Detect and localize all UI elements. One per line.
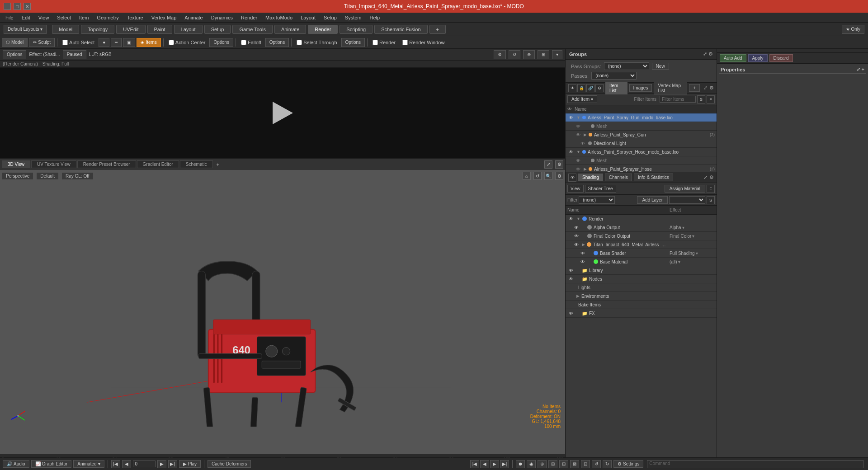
timeline-icon5[interactable]: ⊟ [559,460,568,468]
filter-items-input[interactable] [660,96,696,103]
tab-channels[interactable]: Channels [605,174,632,181]
tab-add[interactable]: + [429,25,446,34]
add-item-btn[interactable]: Add Item ▾ [567,95,597,103]
tab-uvedit[interactable]: UVEdit [116,25,145,34]
item-row[interactable]: 👁 Mesh [566,122,717,131]
select-through-toggle[interactable]: Select Through [294,39,340,46]
go-end-btn[interactable]: ▶| [168,460,177,468]
menu-edit[interactable]: Edit [18,14,34,21]
item-row[interactable]: 👁 ▶ Airless_Paint_Spray_Gun (2) [566,131,717,139]
shading-expand-icon[interactable]: ⤢ [703,174,708,180]
sculpt-btn[interactable]: ✏ Sculpt [29,38,55,47]
timeline-icon7[interactable]: ⊡ [581,460,590,468]
shading-row[interactable]: 👁 Base Shader Full Shading ▾ [566,249,717,258]
verts-btn[interactable]: ● [99,38,109,47]
options2-btn[interactable]: Options [265,38,289,47]
animated-btn[interactable]: Animated ▾ [73,460,104,468]
render-window-toggle[interactable]: Render Window [400,39,447,46]
groups-expand-icon[interactable]: ⤢ [703,51,707,57]
menu-help[interactable]: Help [366,14,383,21]
perspective-dropdown[interactable]: Perspective [2,172,33,180]
add-layer-select[interactable] [669,196,705,204]
shading-row[interactable]: 👁 ▼ Render [566,215,717,223]
item-expand-arrow[interactable]: ▶ [584,132,587,137]
frame-input[interactable]: 0 [133,461,156,467]
timeline-icon6[interactable]: ⊠ [570,460,579,468]
minimize-btn[interactable]: — [4,3,11,10]
play-btn[interactable]: ▶ Play [179,460,201,468]
item-list-settings-icon[interactable]: ⚙ [595,84,604,92]
item-list-lock-icon[interactable]: 🔒 [577,84,585,92]
item-eye-icon[interactable]: 👁 [575,166,581,172]
render-options-btn[interactable]: Options [3,50,26,59]
shading-row[interactable]: 👁 📁 Library [566,266,717,275]
item-eye-icon[interactable]: 👁 [568,149,574,155]
tab-schematic-fusion[interactable]: Schematic Fusion [374,25,427,34]
prev-frame-btn[interactable]: ◀ [122,460,131,468]
edges-btn[interactable]: ━ [111,38,122,47]
passes-select[interactable]: (none) [591,72,637,80]
tab-layout[interactable]: Layout [174,25,203,34]
item-list-link-icon[interactable]: 🔗 [586,84,594,92]
item-eye-icon[interactable]: 👁 [575,157,581,164]
render-checkbox[interactable] [373,40,378,45]
timeline-icon9[interactable]: ↻ [603,460,612,468]
tab-topology[interactable]: Topology [81,25,114,34]
graph-editor-btn[interactable]: 📈 Graph Editor [31,460,72,468]
timeline-next-btn[interactable]: ▶ [490,460,499,468]
tab-scripting[interactable]: Scripting [340,25,373,34]
tab-gradient-editor[interactable]: Gradient Editor [137,160,179,168]
shading-dropdown[interactable]: Default [36,172,59,180]
shading-eye-icon[interactable]: 👁 [568,174,576,182]
viewport-settings-icon[interactable]: ⚙ [555,160,563,169]
shading-row[interactable]: 👁 Base Material (all) ▾ [566,258,717,266]
add-view-tab[interactable]: + [214,161,222,168]
pass-groups-select[interactable]: (none) [604,62,649,70]
menu-file[interactable]: File [2,14,17,21]
item-row[interactable]: 👁 ▼ Airless_Paint_Spray_Gun_modo_base.lx… [566,113,717,122]
settings-btn[interactable]: ⚙ Settings [613,460,643,468]
shading-eye[interactable]: 👁 [573,233,580,239]
properties-expand-icon[interactable]: ⤢ [856,66,860,72]
render-fit-icon[interactable]: ⊞ [538,50,549,59]
tab-game-tools[interactable]: Game Tools [232,25,273,34]
item-row[interactable]: 👁 ▼ Airless_Paint_Sprayer_Hose_modo_base… [566,148,717,156]
tab-setup[interactable]: Setup [204,25,231,34]
maximize-btn[interactable]: □ [14,3,21,10]
only-btn[interactable]: ★ Only [842,25,864,34]
audio-btn[interactable]: 🔊 Audio [3,460,29,468]
menu-render[interactable]: Render [237,14,261,21]
layout-dropdown[interactable]: Default Layouts ▾ [4,25,47,34]
tab-vertex-map-list[interactable]: Vertex Map List [654,82,687,94]
vp-icon-refresh[interactable]: ↺ [533,172,542,180]
apply-btn[interactable]: Apply [748,54,768,62]
shading-menu-icon[interactable]: ⚙ [709,174,714,180]
item-eye-icon[interactable]: 👁 [568,114,574,121]
render-window-checkbox[interactable] [402,40,408,45]
properties-add-icon[interactable]: + [862,66,864,72]
assign-material-btn[interactable]: Assign Material [665,185,705,193]
shading-expand[interactable]: ▼ [576,216,580,221]
close-btn[interactable]: ✕ [24,3,31,10]
viewport-3d[interactable]: Perspective Default Ray GL: Off ⌂ ↺ 🔍 ⚙ [0,170,565,454]
action-center-checkbox[interactable] [169,40,174,45]
item-row[interactable]: 👁 Directional Light [566,139,717,148]
item-list-eye-icon[interactable]: 👁 [568,84,576,92]
tab-item-list[interactable]: Item List [605,82,627,94]
tab-schematic[interactable]: Schematic [180,160,213,168]
render-toggle[interactable]: Render [370,39,398,46]
shading-row[interactable]: 👁 📁 Nodes [566,275,717,283]
shading-eye[interactable]: 👁 [573,241,580,248]
timeline-icon8[interactable]: ↺ [592,460,601,468]
model-btn[interactable]: ⬡ Model [2,38,28,47]
item-expand-arrow[interactable]: ▶ [584,167,587,171]
tab-animate[interactable]: Animate [274,25,306,34]
item-list-menu-icon[interactable]: ⚙ [709,85,714,91]
menu-maxtomodo[interactable]: MaxToModo [262,14,296,21]
render-settings-icon[interactable]: ⚙ [494,50,506,59]
timeline-icon1[interactable]: ⏺ [516,460,525,468]
menu-layout[interactable]: Layout [297,14,319,21]
shading-row[interactable]: Lights [566,283,717,292]
shading-eye[interactable]: 👁 [568,276,574,282]
play-button[interactable] [269,99,296,127]
